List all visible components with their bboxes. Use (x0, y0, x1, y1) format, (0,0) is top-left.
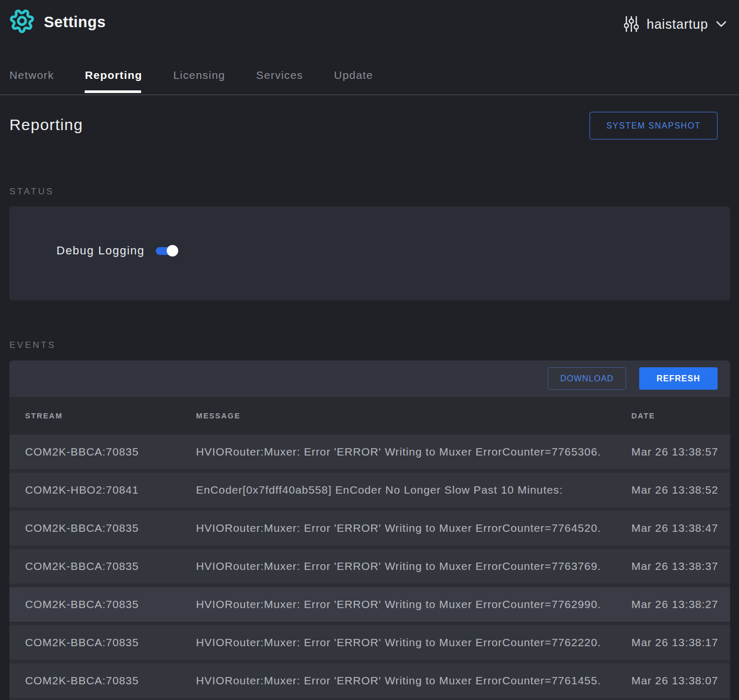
tab-update[interactable]: Update (334, 63, 373, 95)
cell-message: EnCoder[0x7fdff40ab558] EnCoder No Longe… (196, 473, 563, 507)
cell-date: Mar 26 13:38:27 (631, 587, 718, 622)
tab-network[interactable]: Network (9, 63, 54, 95)
cell-stream: COM2K-BBCA:70835 (25, 511, 139, 545)
settings-page: Settings haistartup Network Reporting Li (0, 0, 739, 700)
sliders-icon (624, 16, 639, 32)
column-header-message: MESSAGE (196, 397, 240, 435)
cell-stream: COM2K-BBCA:70835 (25, 435, 139, 469)
cell-stream: COM2K-BBCA:70835 (25, 587, 139, 622)
cell-date: Mar 26 13:38:57 (631, 435, 718, 469)
column-header-date: DATE (631, 397, 655, 435)
tab-reporting[interactable]: Reporting (85, 63, 142, 95)
cell-date: Mar 26 13:38:07 (631, 663, 718, 698)
toggle-knob (167, 245, 178, 256)
cell-stream: COM2K-BBCA:70835 (25, 625, 139, 660)
events-section-label: EVENTS (9, 340, 56, 351)
cell-date: Mar 26 13:38:17 (631, 625, 718, 660)
system-snapshot-button[interactable]: SYSTEM SNAPSHOT (590, 112, 718, 139)
cell-stream: COM2K-BBCA:70835 (25, 663, 139, 698)
cell-stream: COM2K-HBO2:70841 (25, 473, 139, 507)
cell-message: HVIORouter:Muxer: Error 'ERROR' Writing … (196, 435, 601, 469)
cell-message: HVIORouter:Muxer: Error 'ERROR' Writing … (196, 663, 601, 698)
column-header-stream: STREAM (25, 397, 63, 435)
table-row[interactable]: COM2K-BBCA:70835 HVIORouter:Muxer: Error… (9, 549, 730, 584)
events-table-body: COM2K-BBCA:70835 HVIORouter:Muxer: Error… (9, 435, 730, 700)
table-row[interactable]: COM2K-BBCA:70835 HVIORouter:Muxer: Error… (9, 625, 730, 660)
tab-licensing[interactable]: Licensing (173, 63, 225, 95)
settings-gear-icon (9, 8, 34, 33)
table-row[interactable]: COM2K-BBCA:70835 HVIORouter:Muxer: Error… (9, 511, 730, 545)
cell-date: Mar 26 13:38:47 (631, 511, 718, 545)
events-table-header: STREAM MESSAGE DATE (9, 397, 730, 435)
tab-services[interactable]: Services (256, 63, 303, 95)
refresh-button[interactable]: REFRESH (639, 367, 718, 390)
cell-stream: COM2K-BBCA:70835 (25, 549, 139, 584)
cell-message: HVIORouter:Muxer: Error 'ERROR' Writing … (196, 511, 601, 545)
cell-message: HVIORouter:Muxer: Error 'ERROR' Writing … (196, 587, 601, 622)
chevron-down-icon (716, 21, 726, 27)
table-row[interactable]: COM2K-HBO2:70841 EnCoder[0x7fdff40ab558]… (9, 473, 730, 507)
account-name: haistartup (646, 17, 708, 32)
table-row[interactable]: COM2K-BBCA:70835 HVIORouter:Muxer: Error… (9, 435, 730, 469)
download-button[interactable]: DOWNLOAD (548, 367, 626, 390)
cell-message: HVIORouter:Muxer: Error 'ERROR' Writing … (196, 625, 601, 660)
app-title: Settings (44, 14, 106, 31)
debug-logging-label: Debug Logging (56, 244, 145, 258)
debug-logging-toggle[interactable] (156, 245, 179, 256)
page-title: Reporting (9, 116, 83, 134)
debug-logging-row: Debug Logging (56, 244, 179, 258)
table-row[interactable]: COM2K-BBCA:70835 HVIORouter:Muxer: Error… (9, 587, 730, 622)
events-toolbar: DOWNLOAD REFRESH (9, 360, 730, 397)
tab-bar: Network Reporting Licensing Services Upd… (0, 63, 739, 95)
account-menu[interactable]: haistartup (624, 15, 726, 33)
cell-date: Mar 26 13:38:52 (631, 473, 718, 507)
cell-date: Mar 26 13:38:37 (631, 549, 718, 584)
table-row[interactable]: COM2K-BBCA:70835 HVIORouter:Muxer: Error… (9, 663, 730, 698)
cell-message: HVIORouter:Muxer: Error 'ERROR' Writing … (196, 549, 601, 584)
events-panel: DOWNLOAD REFRESH STREAM MESSAGE DATE COM… (9, 360, 730, 700)
status-section-label: STATUS (9, 186, 54, 197)
